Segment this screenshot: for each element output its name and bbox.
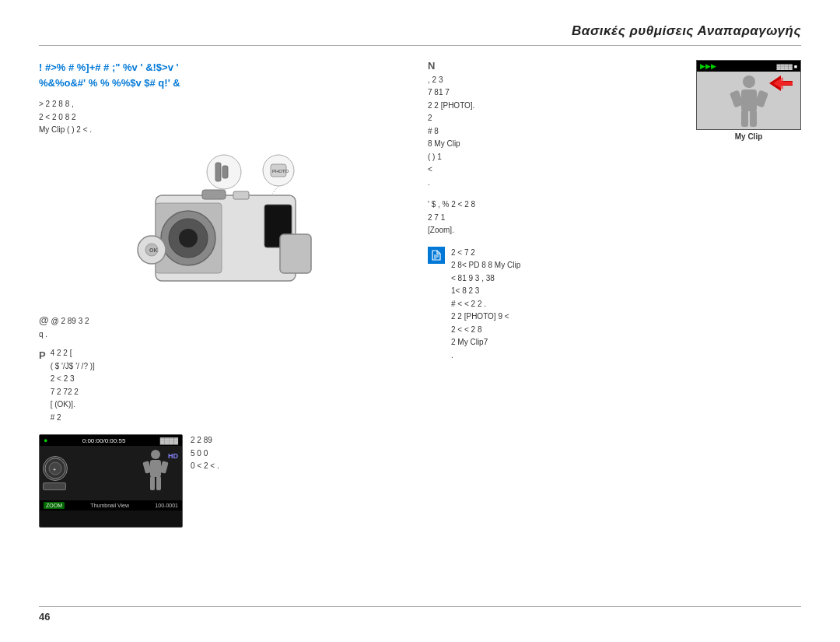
screen-battery: ▓▓▓▓ bbox=[160, 437, 178, 444]
play-icon: ● bbox=[44, 437, 47, 444]
screen-top-bar: ● 0:00:00/0:00:55 ▓▓▓▓ bbox=[40, 435, 182, 446]
section-p-text2: ( $ '/J$ '/ /? )] bbox=[51, 360, 95, 374]
camera-illustration: OK PHOTO bbox=[39, 145, 412, 300]
section-n-t8: < bbox=[428, 163, 801, 177]
zoom-button: ZOOM bbox=[44, 502, 65, 509]
svg-rect-35 bbox=[741, 110, 748, 127]
section-p-text6: # 2 bbox=[51, 412, 95, 425]
left-para1: > 2 2 8 8 , 2 < 2 0 8 2 My Clip ( ) 2 < … bbox=[39, 98, 412, 137]
screen-body: + bbox=[40, 446, 182, 500]
screen-bottom-bar: ZOOM Thumbnail View 100-0001 bbox=[40, 500, 182, 510]
svg-rect-28 bbox=[156, 476, 161, 490]
left-para1a: > 2 2 8 8 , bbox=[39, 98, 412, 111]
svg-rect-6 bbox=[280, 234, 311, 273]
section-p-text3: 2 < 2 3 bbox=[51, 373, 95, 386]
thumb-caption: My Clip bbox=[696, 132, 801, 141]
section-p: P 4 2 2 [ ( $ '/J$ '/ /? )] 2 < 2 3 7 2 … bbox=[39, 347, 412, 424]
svg-rect-32 bbox=[741, 89, 757, 111]
header-section: Βασικές ρυθμίσεις Αναπαραγωγής bbox=[39, 23, 801, 46]
screen-side-p9: 0 < 2 < . bbox=[191, 460, 331, 473]
note-box: 2 < 7 2 2 8< PD 8 8 My Clip < 81 9 3 , 3… bbox=[428, 247, 801, 363]
thumbnail-label: Thumbnail View bbox=[90, 503, 129, 508]
note-t5: # < < 2 2 . bbox=[451, 298, 520, 311]
thumb-play-arrows: ▶▶▶ bbox=[700, 62, 716, 70]
svg-rect-24 bbox=[150, 460, 161, 477]
note-t3: < 81 9 3 , 38 bbox=[451, 272, 520, 286]
thumb-box-top: ▶▶▶ ▓▓▓▓ ■ bbox=[697, 61, 800, 72]
right-top: ▶▶▶ ▓▓▓▓ ■ bbox=[428, 60, 801, 189]
page-number: 46 bbox=[39, 611, 50, 623]
section-zoom: [Zoom]. bbox=[428, 224, 801, 237]
section-dollar-text: ' $ , % 2 < 2 8 2 7 1 [Zoom]. bbox=[428, 198, 801, 237]
svg-text:+: + bbox=[53, 467, 56, 472]
svg-rect-27 bbox=[150, 476, 155, 490]
note-t9: . bbox=[451, 349, 520, 363]
svg-point-4 bbox=[179, 229, 198, 247]
thumb-battery: ▓▓▓▓ ■ bbox=[776, 64, 797, 69]
p-symbol: P bbox=[39, 347, 46, 363]
screen-side-p8: 5 0 0 bbox=[191, 447, 331, 461]
page-title: Βασικές ρυθμίσεις Αναπαραγωγής bbox=[572, 23, 801, 39]
svg-rect-7 bbox=[202, 190, 226, 199]
note-t2: 2 8< PD 8 8 My Clip bbox=[451, 259, 520, 272]
file-number: 100-0001 bbox=[155, 503, 178, 508]
svg-point-31 bbox=[743, 75, 755, 88]
section-n-t7: ( ) 1 bbox=[428, 151, 801, 164]
thumb-box: ▶▶▶ ▓▓▓▓ ■ bbox=[696, 60, 801, 130]
section-p-text4: 7 2 72 2 bbox=[51, 386, 95, 399]
blue-heading-line2: %&%o&#' % % %%$v $# q!' & bbox=[39, 75, 412, 91]
left-para1b: 2 < 2 0 8 2 bbox=[39, 111, 412, 125]
thumb-preview: ▶▶▶ ▓▓▓▓ ■ bbox=[696, 60, 801, 141]
section-at: @ @ 2 89 3 2 q . bbox=[39, 312, 412, 342]
section-at-text: @ 2 89 3 2 bbox=[51, 317, 89, 325]
section-n-t9: . bbox=[428, 177, 801, 190]
camera-svg: OK PHOTO bbox=[109, 149, 342, 296]
thumb-body bbox=[697, 72, 800, 130]
hd-badge: HD bbox=[168, 452, 178, 460]
ctrl-circle-main: + bbox=[43, 456, 68, 481]
left-para1c: My Clip ( ) 2 < . bbox=[39, 124, 412, 137]
page-container: Βασικές ρυθμίσεις Αναπαραγωγής ! #>% # %… bbox=[0, 0, 840, 642]
svg-rect-8 bbox=[233, 191, 249, 199]
main-content: ! #>% # %]+# # ;" %v ' &!$>v ' %&%o&#' %… bbox=[39, 60, 801, 531]
red-arrows bbox=[769, 75, 793, 91]
note-t7: 2 < < 2 8 bbox=[451, 324, 520, 337]
note-text-block: 2 < 7 2 2 8< PD 8 8 My Clip < 81 9 3 , 3… bbox=[451, 247, 520, 363]
note-t8: 2 My Clip7 bbox=[451, 336, 520, 349]
note-t1: 2 < 7 2 bbox=[451, 247, 520, 260]
ctrl-slider bbox=[43, 482, 66, 490]
n-symbol: N bbox=[428, 60, 435, 72]
svg-point-23 bbox=[151, 450, 160, 459]
playback-screen: ● 0:00:00/0:00:55 ▓▓▓▓ + bbox=[39, 434, 183, 528]
svg-text:OK: OK bbox=[149, 247, 158, 253]
blue-heading: ! #>% # %]+# # ;" %v ' &!$>v ' %&%o&#' %… bbox=[39, 60, 412, 90]
section-p-text5: [ (OK)]. bbox=[51, 398, 95, 412]
blue-heading-line1: ! #>% # %]+# # ;" %v ' &!$>v ' bbox=[39, 60, 412, 75]
svg-line-19 bbox=[272, 186, 278, 194]
note-t6: 2 2 [PHOTO] 9 < bbox=[451, 310, 520, 324]
screen-controls: + bbox=[43, 456, 68, 490]
screen-side-text: 2 2 89 5 0 0 0 < 2 < . bbox=[191, 434, 331, 473]
note-t4: 1< 8 2 3 bbox=[451, 285, 520, 298]
at-symbol: @ bbox=[39, 314, 49, 326]
svg-rect-14 bbox=[222, 166, 228, 178]
section-at-text2: q . bbox=[39, 328, 412, 342]
left-column: ! #>% # %]+# # ;" %v ' &!$>v ' %&%o&#' %… bbox=[39, 60, 412, 531]
right-column: ▶▶▶ ▓▓▓▓ ■ bbox=[428, 60, 801, 531]
section-p-text1: 4 2 2 [ bbox=[51, 347, 95, 360]
svg-rect-13 bbox=[215, 163, 221, 181]
section-dollar-block: ' $ , % 2 < 2 8 2 7 1 [Zoom]. bbox=[428, 198, 801, 237]
bottom-divider bbox=[39, 606, 801, 607]
section-dollar2: 2 7 1 bbox=[428, 212, 801, 225]
screen-side-p7: 2 2 89 bbox=[191, 434, 331, 447]
screen-time: 0:00:00/0:00:55 bbox=[82, 437, 126, 444]
svg-rect-36 bbox=[750, 110, 757, 127]
note-icon bbox=[428, 247, 445, 264]
svg-text:PHOTO: PHOTO bbox=[272, 169, 289, 174]
section-dollar1: ' $ , % 2 < 2 8 bbox=[428, 198, 801, 212]
